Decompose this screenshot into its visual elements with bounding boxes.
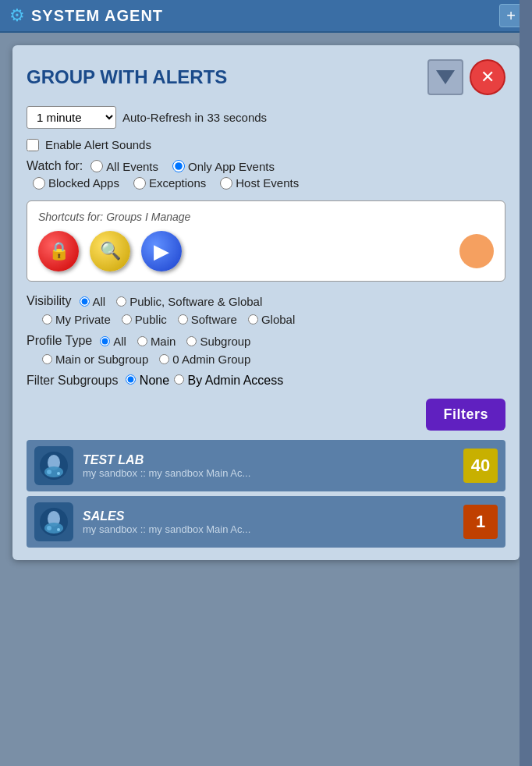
filters-button[interactable]: Filters [426, 399, 505, 431]
avatar [34, 446, 73, 485]
watch-all-radio[interactable] [90, 160, 103, 172]
profile-subgroup[interactable]: Subgroup [186, 335, 250, 348]
filter-none-label: None [140, 374, 169, 387]
visibility-my-private[interactable]: My Private [42, 313, 111, 326]
visibility-label: Visibility [27, 294, 72, 308]
profile-all-radio[interactable] [100, 336, 110, 346]
shortcuts-box: Shortcuts for: Groups I Manage 🔒 🔍 ▶ [27, 200, 505, 282]
filter-by-admin-radio[interactable] [174, 374, 184, 385]
watch-only-app-label: Only App Events [188, 160, 275, 173]
profile-admin-group-label: 0 Admin Group [172, 353, 250, 366]
visibility-public-label: Public [135, 313, 167, 326]
watch-for-row2: Blocked Apps Exceptions Host Events [27, 176, 505, 190]
alert-count-badge: 1 [463, 505, 498, 539]
shortcuts-label: Shortcuts for: Groups I Manage [38, 211, 494, 223]
watch-exceptions-label: Exceptions [149, 176, 206, 190]
main-panel: GROUP WITH ALERTS ✕ 1 minute 30 seconds … [12, 45, 520, 560]
filter-subgroups-label: Filter Subgroups [27, 374, 118, 388]
svg-point-9 [57, 528, 60, 531]
visibility-row1: Visibility All Public, Software & Global [27, 294, 505, 308]
list-item[interactable]: SALES my sandbox :: my sandbox Main Ac..… [27, 496, 505, 548]
alert-sounds-label[interactable]: Enable Alert Sounds [45, 138, 151, 151]
watch-blocked-radio[interactable] [33, 177, 45, 190]
visibility-all-radio[interactable] [80, 296, 90, 307]
play-icon: ▶ [154, 239, 169, 264]
play-shortcut-button[interactable]: ▶ [141, 231, 182, 271]
close-button[interactable]: ✕ [470, 59, 505, 95]
alert-count-badge: 40 [463, 449, 498, 483]
panel-title: GROUP WITH ALERTS [27, 66, 427, 88]
watch-for-row: Watch for: All Events Only App Events [27, 159, 505, 173]
filter-none[interactable]: None [126, 374, 169, 388]
visibility-public-sw-global[interactable]: Public, Software & Global [116, 295, 262, 308]
app-title: SYSTEM AGENT [31, 7, 499, 25]
filter-by-admin-label: By Admin Access [188, 374, 284, 387]
profile-all[interactable]: All [100, 335, 126, 348]
watch-all-label: All Events [106, 160, 158, 173]
gear-icon: ⚙ [9, 5, 25, 26]
profile-main-label: Main [151, 335, 176, 348]
svg-point-3 [47, 470, 51, 474]
watch-blocked-label: Blocked Apps [48, 176, 119, 190]
watch-only-app[interactable]: Only App Events [172, 160, 275, 173]
profile-main-or-sub[interactable]: Main or Subgroup [42, 353, 148, 366]
visibility-global-radio[interactable] [248, 314, 258, 324]
visibility-software[interactable]: Software [178, 313, 237, 326]
visibility-public-radio[interactable] [122, 314, 132, 324]
profile-type-row1: Profile Type All Main Subgroup [27, 334, 505, 348]
profile-all-label: All [113, 335, 126, 348]
scrollbar[interactable] [520, 0, 532, 766]
visibility-software-radio[interactable] [178, 314, 188, 324]
profile-subgroup-radio[interactable] [186, 336, 197, 346]
watch-for-label: Watch for: [27, 159, 83, 173]
panel-title-row: GROUP WITH ALERTS ✕ [27, 59, 505, 95]
visibility-global-label: Global [261, 313, 295, 326]
sales-icon [38, 506, 69, 537]
watch-all-events[interactable]: All Events [90, 160, 158, 173]
lock-icon: 🔒 [48, 241, 69, 261]
visibility-public[interactable]: Public [122, 313, 167, 326]
profile-main-radio[interactable] [137, 336, 147, 346]
watch-blocked[interactable]: Blocked Apps [33, 176, 119, 190]
orange-circle-icon [459, 234, 494, 268]
search-shortcut-button[interactable]: 🔍 [90, 231, 130, 271]
alert-sounds-checkbox[interactable] [27, 139, 39, 151]
collapse-button[interactable] [427, 59, 463, 95]
visibility-all[interactable]: All [80, 295, 106, 308]
list-item[interactable]: TEST LAB my sandbox :: my sandbox Main A… [27, 440, 505, 491]
visibility-public-sw-global-radio[interactable] [116, 296, 126, 307]
watch-exceptions-radio[interactable] [133, 177, 146, 190]
filter-none-radio[interactable] [126, 374, 136, 385]
filter-subgroups-row: Filter Subgroups None By Admin Access [27, 374, 505, 388]
lock-shortcut-button[interactable]: 🔒 [38, 231, 79, 271]
profile-subgroup-label: Subgroup [200, 335, 250, 348]
watch-exceptions[interactable]: Exceptions [133, 176, 206, 190]
visibility-my-private-radio[interactable] [42, 314, 52, 324]
profile-main-or-sub-radio[interactable] [42, 354, 52, 364]
profile-admin-group[interactable]: 0 Admin Group [159, 353, 250, 366]
list-item-name: TEST LAB [83, 453, 463, 467]
refresh-select[interactable]: 1 minute 30 seconds 2 minutes 5 minutes … [27, 106, 116, 129]
profile-main[interactable]: Main [137, 335, 176, 348]
auto-refresh-row: 1 minute 30 seconds 2 minutes 5 minutes … [27, 106, 505, 129]
list-item-text: TEST LAB my sandbox :: my sandbox Main A… [83, 453, 463, 479]
visibility-public-sw-global-label: Public, Software & Global [129, 295, 262, 308]
list-item-sub: my sandbox :: my sandbox Main Ac... [83, 467, 463, 479]
visibility-global[interactable]: Global [248, 313, 295, 326]
list-item-text: SALES my sandbox :: my sandbox Main Ac..… [83, 509, 463, 535]
profile-admin-group-radio[interactable] [159, 354, 169, 364]
list-item-sub: my sandbox :: my sandbox Main Ac... [83, 523, 463, 535]
triangle-down-icon [436, 70, 455, 84]
watch-host[interactable]: Host Events [220, 176, 299, 190]
filters-btn-row: Filters [27, 399, 505, 431]
header: ⚙ SYSTEM AGENT + [0, 0, 532, 33]
visibility-my-private-label: My Private [55, 313, 111, 326]
visibility-software-label: Software [191, 313, 237, 326]
svg-point-8 [47, 526, 51, 530]
profile-type-label: Profile Type [27, 334, 92, 348]
filter-by-admin[interactable]: By Admin Access [174, 374, 283, 388]
watch-only-app-radio[interactable] [172, 160, 185, 172]
watch-host-radio[interactable] [220, 177, 232, 190]
list-item-name: SALES [83, 509, 463, 523]
shortcuts-icons: 🔒 🔍 ▶ [38, 231, 494, 271]
